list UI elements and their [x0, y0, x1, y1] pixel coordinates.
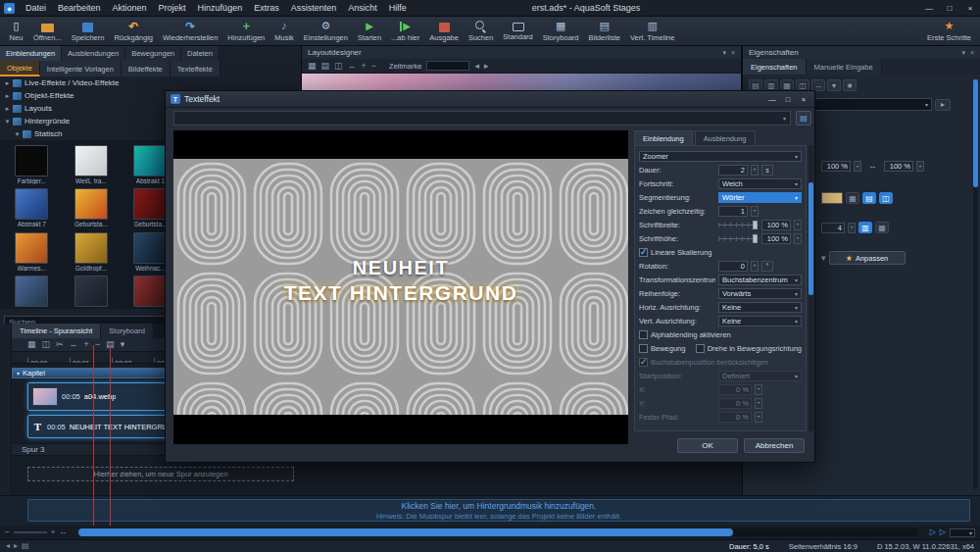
- zoom-in-icon[interactable]: [362, 62, 367, 71]
- scale-width-input[interactable]: 100 %: [821, 161, 851, 172]
- tab-intelligente-vorlagen[interactable]: Intelligente Vorlagen: [40, 61, 122, 76]
- toolbar-button[interactable]: ...ab hier: [386, 18, 424, 45]
- toolbar-button[interactable]: Storyboard: [538, 18, 584, 45]
- pan-icon[interactable]: [70, 340, 78, 349]
- close-icon[interactable]: [798, 95, 809, 104]
- tab-storyboard[interactable]: Storyboard: [101, 324, 154, 338]
- tab-ausblendung[interactable]: Ausblendung: [695, 130, 756, 145]
- zoom-in-icon[interactable]: [51, 528, 56, 536]
- rotation-input[interactable]: 0: [718, 261, 748, 272]
- x-input[interactable]: 0 %: [718, 384, 752, 395]
- fester-pfad-stepper[interactable]: [755, 412, 762, 423]
- step-back-icon[interactable]: [474, 62, 479, 71]
- tree-item[interactable]: ▸ Live-Effekte / Video-Effekte: [0, 76, 301, 89]
- dialog-titlebar[interactable]: T Texteffekt: [166, 91, 814, 108]
- schriftbreite-slider[interactable]: [718, 220, 759, 230]
- format-icon-button[interactable]: [843, 79, 857, 91]
- first-steps-button[interactable]: Erste Schritte: [922, 18, 976, 45]
- schrifthoehe-slider[interactable]: [718, 233, 759, 244]
- rotation-stepper[interactable]: [751, 261, 759, 272]
- tab-bildeffekte[interactable]: Bildeffekte: [122, 61, 171, 76]
- alphablending-checkbox[interactable]: [639, 330, 648, 339]
- play-icon[interactable]: [930, 528, 936, 536]
- tab-ausblendungen[interactable]: Ausblendungen: [62, 46, 125, 61]
- menu-item[interactable]: Hinzufügen: [192, 0, 249, 17]
- tab-bewegungen[interactable]: Bewegungen: [125, 46, 181, 61]
- background-thumbnail[interactable]: Abstrakt 7: [2, 185, 62, 228]
- menu-item[interactable]: Assistenten: [285, 0, 343, 17]
- zoom-out-icon[interactable]: [95, 340, 100, 349]
- zoom-out-icon[interactable]: [5, 528, 10, 536]
- toolbar-button[interactable]: Neu: [4, 18, 28, 45]
- transformationszentrum-select[interactable]: Buchstabenzentrum: [718, 275, 802, 285]
- options-select[interactable]: [950, 528, 975, 537]
- fester-pfad-input[interactable]: 0 %: [718, 412, 752, 423]
- expander-icon[interactable]: [821, 254, 826, 263]
- settings-scrollbar[interactable]: [808, 145, 813, 431]
- adjust-button[interactable]: Anpassen: [829, 251, 906, 265]
- grid-icon[interactable]: [22, 542, 29, 550]
- vert-ausrichtung-select[interactable]: Keine: [718, 316, 802, 326]
- tab-dateien[interactable]: Dateien: [181, 46, 220, 61]
- tab-objekte[interactable]: Objekte: [0, 61, 40, 76]
- tree-caret-icon[interactable]: ▸: [2, 92, 13, 100]
- fortschritt-select[interactable]: Weich: [718, 178, 802, 189]
- reihenfolge-select[interactable]: Vorwärts: [718, 288, 802, 299]
- toolbar-button[interactable]: Wiederherstellen: [158, 18, 222, 45]
- grid-view-icon[interactable]: [27, 340, 36, 349]
- toolbar-button[interactable]: Standard: [498, 18, 537, 45]
- more-options-icon[interactable]: [121, 340, 125, 349]
- stepper[interactable]: [916, 161, 924, 172]
- menu-item[interactable]: Hilfe: [383, 0, 413, 17]
- fit-icon[interactable]: [59, 528, 67, 536]
- close-icon[interactable]: [964, 4, 976, 13]
- preset-select[interactable]: [173, 111, 791, 125]
- tab-eigenschaften[interactable]: Eigenschaften: [743, 59, 807, 75]
- menu-item[interactable]: Bearbeiten: [52, 0, 107, 17]
- color-swatch[interactable]: [821, 192, 843, 204]
- new-track-drop-zone[interactable]: Hierher ziehen, um neue Spur anzulegen: [27, 467, 294, 481]
- save-preset-button[interactable]: [796, 111, 811, 125]
- bewegung-checkbox[interactable]: [639, 344, 648, 353]
- color-tool-button[interactable]: [846, 192, 859, 204]
- background-thumbnail[interactable]: [62, 273, 122, 309]
- toolbar-button[interactable]: Einstellungen: [299, 18, 353, 45]
- panel-close-icon[interactable]: [970, 49, 974, 56]
- tree-caret-icon[interactable]: ▾: [2, 118, 13, 125]
- forward-icon[interactable]: [14, 542, 18, 550]
- background-thumbnail[interactable]: Warmes...: [2, 229, 62, 273]
- maximize-icon[interactable]: [944, 4, 956, 13]
- toolbar-button[interactable]: Starten: [353, 18, 386, 45]
- link-icon[interactable]: [868, 162, 877, 171]
- maximize-icon[interactable]: [782, 95, 794, 104]
- zoom-slider[interactable]: [14, 531, 47, 533]
- toolbar-button[interactable]: Musik: [270, 18, 299, 45]
- tab-timeline-spuransicht[interactable]: Timeline - Spuransicht: [12, 324, 101, 338]
- pan-icon[interactable]: [348, 62, 357, 71]
- timeline-scrollbar[interactable]: [78, 528, 917, 536]
- format-icon-button[interactable]: [827, 79, 841, 91]
- background-thumbnail[interactable]: Weiß, tra...: [62, 142, 122, 185]
- step-forward-icon[interactable]: [484, 62, 489, 71]
- toolbar-button[interactable]: Hinzufügen: [222, 18, 270, 45]
- toolbar-button[interactable]: Suchen: [464, 18, 498, 45]
- dauer-stepper[interactable]: [751, 165, 759, 176]
- minimize-icon[interactable]: [923, 4, 935, 13]
- stepper[interactable]: [854, 161, 861, 172]
- option-button[interactable]: [858, 222, 872, 233]
- zeitmarke-input[interactable]: [426, 61, 469, 71]
- menu-item[interactable]: Extras: [248, 0, 285, 17]
- menu-item[interactable]: Ansicht: [342, 0, 383, 17]
- y-input[interactable]: 0 %: [718, 398, 752, 409]
- toolbar-button[interactable]: Vert. Timeline: [625, 18, 679, 45]
- playhead-marker[interactable]: [110, 345, 111, 526]
- tree-caret-icon[interactable]: ▸: [2, 105, 13, 113]
- zoom-in-icon[interactable]: [84, 340, 89, 349]
- zeichen-input[interactable]: 1: [718, 206, 748, 217]
- split-view-icon[interactable]: [334, 62, 343, 71]
- background-thumbnail[interactable]: Farbiger...: [2, 142, 62, 185]
- minimize-icon[interactable]: [766, 95, 778, 104]
- drehe-checkbox[interactable]: [696, 344, 705, 353]
- y-stepper[interactable]: [755, 398, 762, 409]
- toolbar-button[interactable]: Ausgabe: [424, 18, 464, 45]
